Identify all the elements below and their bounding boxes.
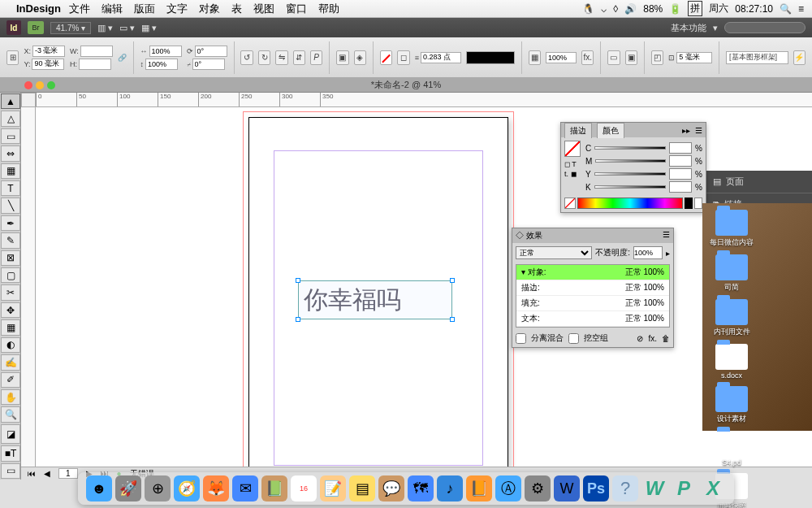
isolate-checkbox[interactable]	[516, 333, 526, 344]
text-wrap-bbox-icon[interactable]: ▣	[625, 50, 637, 65]
zoom-level[interactable]: 41.7% ▾	[50, 22, 91, 34]
effects-panel[interactable]: ◇ 效果 ☰ 正常 不透明度: ▸ ▾ 对象:正常 100% 描边:正常 100…	[512, 228, 674, 348]
selection-tool[interactable]: ▲	[1, 93, 20, 109]
dock-ibooks[interactable]: 📙	[466, 475, 492, 501]
bridge-button[interactable]: Br	[28, 21, 44, 34]
dock-reminders[interactable]: ▤	[349, 475, 375, 501]
format-buttons[interactable]: ◻ T	[564, 160, 581, 168]
fill-swatch[interactable]	[564, 141, 581, 157]
apply-color-icon[interactable]: ■T	[1, 445, 20, 461]
desktop-folder[interactable]: 司简	[709, 254, 754, 293]
dock-help[interactable]: ?	[612, 475, 638, 501]
dock-calendar[interactable]: 16	[291, 475, 317, 501]
rotate-ccw-icon[interactable]: ↺	[240, 50, 253, 65]
shear-field[interactable]	[192, 59, 225, 70]
menu-window[interactable]: 窗口	[286, 2, 307, 16]
color-tab[interactable]: 颜色	[597, 123, 624, 138]
page-nav-prev-icon[interactable]: ◀	[44, 469, 50, 478]
dock-maps[interactable]: 🗺	[408, 475, 434, 501]
flip-h-icon[interactable]: ⇋	[275, 50, 287, 65]
select-content-icon[interactable]: ◈	[354, 50, 366, 65]
effects-menu-icon[interactable]: ☰	[663, 230, 670, 241]
corner-icon[interactable]: ◰	[651, 50, 663, 65]
menu-extras-icon[interactable]: ≡	[798, 3, 804, 15]
document-title[interactable]: *未命名-2 @ 41%	[371, 79, 441, 91]
volume-icon[interactable]: 🔊	[624, 3, 637, 15]
last-color-icon[interactable]: t. ◼	[564, 170, 581, 178]
pen-tool[interactable]: ✒	[1, 215, 20, 231]
hand-tool[interactable]: ✋	[1, 389, 20, 405]
none-swatch-icon[interactable]	[564, 198, 576, 209]
wifi-icon[interactable]: ◊	[613, 3, 618, 15]
dock-x[interactable]: X	[700, 475, 726, 501]
gradient-swatch-tool[interactable]: ▦	[1, 319, 20, 335]
free-transform-tool[interactable]: ✥	[1, 302, 20, 318]
dock-p[interactable]: P	[671, 475, 697, 501]
dock-word[interactable]: W	[554, 475, 580, 501]
effects-target-list[interactable]: ▾ 对象:正常 100% 描边:正常 100% 填充:正常 100% 文本:正常…	[516, 264, 670, 328]
white-swatch[interactable]	[694, 198, 702, 209]
page[interactable]: 你幸福吗	[248, 117, 508, 480]
k-slider[interactable]	[594, 185, 666, 189]
rotate-cw-icon[interactable]: ↻	[258, 50, 270, 65]
menu-type[interactable]: 文字	[166, 2, 188, 16]
zoom-window-icon[interactable]	[47, 81, 55, 89]
trash-icon[interactable]: 🗑	[662, 334, 670, 343]
h-field[interactable]	[79, 59, 111, 70]
select-container-icon[interactable]: ▣	[336, 50, 348, 65]
window-traffic-lights[interactable]	[24, 81, 55, 89]
p-icon[interactable]: P	[310, 50, 322, 65]
menu-edit[interactable]: 编辑	[102, 2, 123, 16]
quick-apply-icon[interactable]: ⚡	[793, 50, 806, 65]
penguin-icon[interactable]: 🐧	[582, 3, 594, 15]
ime-icon[interactable]: 拼	[688, 1, 702, 16]
app-name[interactable]: InDesign	[16, 2, 61, 15]
effects-icon[interactable]: fx.	[581, 50, 594, 65]
ruler-horizontal[interactable]: 050100150200250300350	[36, 93, 812, 107]
blend-mode-dropdown[interactable]: 正常	[516, 246, 592, 259]
dock-photoshop[interactable]: Ps	[583, 475, 609, 501]
spectrum-bar[interactable]	[577, 198, 683, 209]
content-collector-tool[interactable]: ▦	[1, 163, 20, 179]
workspace-arrow-icon[interactable]: ▾	[713, 23, 718, 33]
menu-file[interactable]: 文件	[69, 2, 90, 16]
anchor-tr[interactable]	[450, 278, 455, 283]
rectangle-frame-tool[interactable]: ⊠	[1, 250, 20, 266]
desktop-folder[interactable]: 每日微信内容	[709, 210, 754, 248]
effects-row-text[interactable]: 文本:正常 100%	[516, 311, 669, 327]
panel-menu-icon[interactable]: ☰	[695, 126, 702, 135]
stroke-tab[interactable]: 描边	[564, 123, 592, 138]
spotlight-icon[interactable]: 🔍	[780, 3, 792, 15]
text-wrap-none-icon[interactable]: ▭	[607, 50, 620, 65]
minimize-window-icon[interactable]	[36, 81, 44, 89]
y-input[interactable]	[669, 168, 692, 180]
note-tool[interactable]: ✍	[1, 354, 20, 370]
dock-finder[interactable]: ☻	[86, 475, 112, 501]
gap-field[interactable]	[676, 52, 712, 63]
workspace-switcher[interactable]: 基本功能	[671, 22, 706, 34]
ruler-vertical[interactable]	[21, 107, 36, 480]
object-style-dropdown[interactable]: [基本图形框架]	[726, 51, 788, 64]
bluetooth-icon[interactable]: ⌵	[601, 3, 607, 15]
opacity-field[interactable]	[546, 52, 577, 63]
clear-effects-icon[interactable]: ⊘	[637, 334, 643, 343]
close-window-icon[interactable]	[24, 81, 32, 89]
menu-layout[interactable]: 版面	[134, 2, 155, 16]
battery-icon[interactable]: 🔋	[669, 3, 681, 15]
scale-x-field[interactable]	[149, 46, 182, 57]
effects-row-stroke[interactable]: 描边:正常 100%	[516, 280, 669, 296]
constrain-icon[interactable]: 🔗	[118, 54, 127, 62]
desktop-file[interactable]: s.docx	[709, 344, 754, 380]
gradient-feather-tool[interactable]: ◐	[1, 337, 20, 353]
stroke-style-dropdown[interactable]	[466, 51, 515, 64]
fill-swatch-icon[interactable]	[380, 50, 392, 65]
gap-tool[interactable]: ⇔	[1, 145, 20, 161]
dock-contacts[interactable]: 📗	[261, 475, 287, 501]
m-input[interactable]	[669, 155, 692, 167]
anchor-bl[interactable]	[296, 317, 300, 322]
black-swatch[interactable]	[685, 198, 693, 209]
fill-stroke-icon[interactable]: ◪	[1, 424, 20, 445]
dock-notes[interactable]: 📝	[320, 475, 346, 501]
type-tool[interactable]: T	[1, 180, 20, 196]
opacity-arrow-icon[interactable]: ▸	[666, 249, 670, 258]
